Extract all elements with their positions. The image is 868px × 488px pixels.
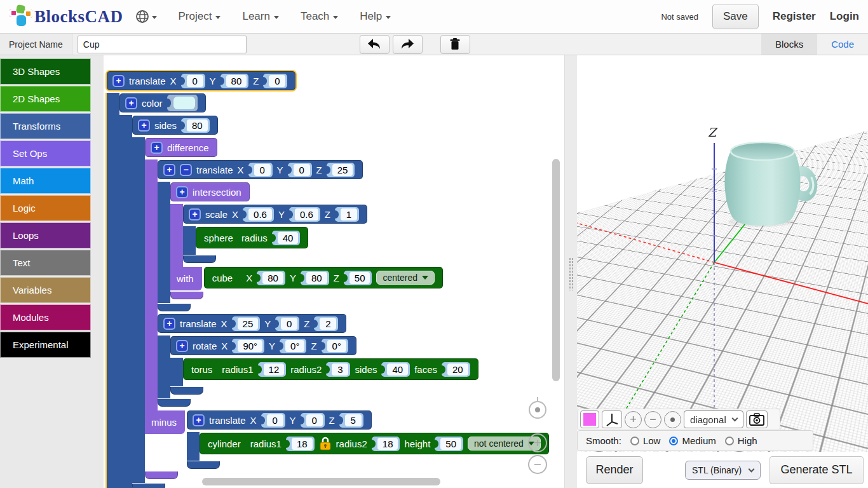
radio-medium[interactable]	[669, 437, 678, 445]
translate-block[interactable]: + translate X 0 Y 80 Z 0 + color	[107, 71, 549, 488]
render-button[interactable]: Render	[586, 456, 643, 484]
export-format-select[interactable]: STL (Binary)	[685, 461, 761, 480]
value-input-radius2[interactable]: 3	[326, 362, 350, 377]
register-link[interactable]: Register	[773, 10, 816, 23]
sidebar-item-experimental[interactable]: Experimental	[0, 332, 91, 358]
value-input-sides[interactable]: 80	[181, 118, 210, 133]
value-input-radius1[interactable]: 12	[258, 362, 287, 377]
redo-button[interactable]	[393, 35, 423, 54]
menu-teach[interactable]: Teach	[301, 10, 338, 23]
sidebar-item-math[interactable]: Math	[0, 168, 91, 194]
mutator-minus-button[interactable]: −	[180, 164, 192, 176]
mutator-plus-button[interactable]: +	[112, 75, 125, 87]
menu-project[interactable]: Project	[179, 10, 221, 23]
value-input-y[interactable]: 0°	[280, 339, 306, 353]
model-color-button[interactable]	[580, 410, 599, 428]
value-input-z[interactable]: 0	[263, 74, 287, 88]
sidebar-item-transforms[interactable]: Transforms	[0, 113, 91, 139]
sidebar-item-3d-shapes[interactable]: 3D Shapes	[0, 58, 91, 85]
smooth-low-option[interactable]: Low	[630, 435, 661, 446]
value-input-y[interactable]: 0.6	[289, 207, 320, 222]
value-input-y[interactable]: 0	[288, 163, 312, 177]
sidebar-item-modules[interactable]: Modules	[0, 304, 91, 330]
value-input-x[interactable]: 0.6	[243, 207, 274, 222]
view-angle-select[interactable]: diagonal	[684, 410, 743, 428]
mutator-plus-button[interactable]: +	[176, 186, 188, 198]
toggle-axes-button[interactable]	[602, 410, 622, 428]
tab-code[interactable]: Code	[817, 34, 868, 55]
language-menu[interactable]	[135, 9, 157, 24]
value-input-height[interactable]: 50	[435, 437, 463, 451]
lock-icon[interactable]	[319, 437, 332, 451]
value-input-y[interactable]: 80	[301, 271, 329, 285]
screenshot-button[interactable]	[746, 410, 768, 428]
value-input-x[interactable]: 80	[257, 271, 285, 285]
mutator-plus-button[interactable]: +	[189, 208, 201, 220]
cylinder-block[interactable]: cylinder radius1 18	[200, 433, 549, 457]
horizontal-scrollbar[interactable]	[202, 478, 440, 485]
sidebar-item-logic[interactable]: Logic	[0, 195, 91, 221]
menu-learn[interactable]: Learn	[242, 10, 278, 23]
value-input-faces[interactable]: 20	[442, 362, 470, 377]
tab-blocks[interactable]: Blocks	[761, 34, 817, 55]
value-input-radius1[interactable]: 18	[286, 437, 315, 451]
delete-all-button[interactable]	[440, 35, 470, 54]
mutator-plus-button[interactable]: +	[125, 97, 137, 109]
mutator-plus-button[interactable]: +	[176, 340, 188, 352]
vertical-scrollbar[interactable]	[552, 159, 560, 381]
value-input-x[interactable]: 0	[248, 163, 273, 177]
translate-block[interactable]: + − translate X 0 Y 0	[158, 160, 443, 311]
value-input-y[interactable]: 0	[301, 413, 325, 428]
resize-grip-icon[interactable]	[569, 257, 574, 290]
zoom-out-button[interactable]: −	[528, 455, 547, 474]
color-block[interactable]: + color + sides 80	[119, 93, 549, 488]
value-input-z[interactable]: 1	[335, 207, 359, 222]
zoom-in-button[interactable]: +	[528, 433, 547, 452]
value-input-y[interactable]: 0	[275, 316, 299, 331]
value-input-z[interactable]: 25	[327, 163, 355, 177]
menu-help[interactable]: Help	[360, 10, 391, 23]
translate-block[interactable]: + translate X 0 Y 0 Z	[187, 410, 549, 471]
value-input-z[interactable]: 0°	[322, 339, 348, 353]
mutator-plus-button[interactable]: +	[193, 414, 205, 426]
value-input-y[interactable]: 80	[220, 74, 249, 88]
radio-high[interactable]	[725, 437, 734, 445]
zoom-in-view-button[interactable]: +	[625, 411, 642, 428]
rotate-block[interactable]: + rotate X 90° Y 0°	[170, 336, 478, 395]
sidebar-item-2d-shapes[interactable]: 2D Shapes	[0, 86, 91, 112]
generate-stl-button[interactable]: Generate STL	[770, 456, 864, 484]
smooth-medium-option[interactable]: Medium	[669, 435, 715, 446]
render-viewport[interactable]: Z + − diagonal	[577, 55, 868, 488]
sidebar-item-text[interactable]: Text	[0, 250, 91, 276]
scale-block[interactable]: + scale X 0.6 Y 0.6	[183, 205, 367, 263]
cube-block[interactable]: cube X 80 Y 80 Z	[204, 267, 443, 291]
torus-block[interactable]: torus radius1 12 radius2 3 sid	[183, 358, 478, 383]
value-input-x[interactable]: 90°	[232, 339, 264, 353]
value-input-radius2[interactable]: 18	[372, 437, 400, 451]
value-input-z[interactable]: 2	[314, 316, 338, 331]
translate-block[interactable]: + translate X 25 Y 0 Z	[158, 314, 478, 407]
project-name-input[interactable]	[78, 36, 247, 53]
value-input-radius[interactable]: 40	[272, 231, 301, 245]
value-input-x[interactable]: 25	[232, 316, 261, 331]
sidebar-item-loops[interactable]: Loops	[0, 222, 91, 248]
blockly-workspace[interactable]: + translate X 0 Y 80 Z 0 + color	[104, 55, 564, 488]
save-button[interactable]: Save	[712, 4, 759, 29]
undo-button[interactable]	[360, 35, 390, 54]
login-link[interactable]: Login	[830, 10, 859, 23]
mutator-plus-button[interactable]: +	[151, 142, 163, 154]
mutator-plus-button[interactable]: +	[163, 318, 175, 330]
reset-view-button[interactable]	[664, 411, 681, 428]
value-input-z[interactable]: 5	[339, 413, 363, 428]
value-input-z[interactable]: 50	[344, 271, 372, 285]
panel-resize-divider[interactable]	[564, 55, 577, 488]
color-value-socket[interactable]	[167, 95, 198, 111]
intersection-block[interactable]: + intersection	[170, 182, 443, 299]
centered-dropdown[interactable]: centered	[376, 271, 434, 285]
sidebar-item-set-ops[interactable]: Set Ops	[0, 140, 91, 166]
sidebar-item-variables[interactable]: Variables	[0, 277, 91, 303]
color-swatch-field[interactable]	[173, 97, 195, 109]
sides-block[interactable]: + sides 80 + difference	[132, 116, 549, 488]
mutator-plus-button[interactable]: +	[163, 164, 175, 176]
smooth-high-option[interactable]: High	[725, 435, 757, 446]
